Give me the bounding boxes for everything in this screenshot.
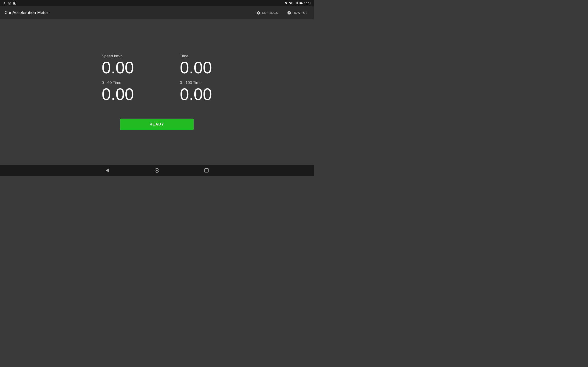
time-value: 0.00: [180, 59, 212, 76]
howto-label: HOW TO?: [293, 11, 307, 15]
svg-point-11: [156, 170, 157, 171]
svg-marker-9: [106, 169, 109, 172]
home-button[interactable]: [153, 166, 161, 175]
app-title: Car Acceleration Meter: [5, 10, 48, 15]
location-icon: [285, 2, 288, 5]
ready-button[interactable]: READY: [120, 119, 194, 130]
settings-label: SETTINGS: [262, 11, 278, 15]
notification-icon-circle: [8, 2, 11, 5]
settings-icon: [257, 11, 261, 15]
right-metrics: Time 0.00 0 - 100 Time 0.00: [180, 54, 212, 107]
zero-sixty-group: 0 - 60 Time 0.00: [102, 81, 134, 107]
notification-icon-battery-small: [13, 2, 16, 5]
svg-point-1: [9, 3, 10, 4]
speed-group: Speed km/h 0.00: [102, 54, 134, 81]
status-time: 10:51: [304, 2, 311, 5]
status-bar-right-icons: 10:51: [285, 2, 311, 5]
notification-icon-a: A: [3, 2, 6, 5]
howto-button[interactable]: HOW TO?: [285, 9, 309, 16]
svg-point-5: [291, 4, 291, 4]
zero-sixty-label: 0 - 60 Time: [102, 81, 121, 85]
main-content: Speed km/h 0.00 0 - 60 Time 0.00 Time 0.…: [0, 19, 314, 165]
wifi-icon: [289, 2, 292, 5]
battery-status-icon: [300, 2, 303, 5]
svg-rect-3: [14, 2, 15, 2]
zero-hundred-value: 0.00: [180, 86, 212, 102]
svg-rect-8: [300, 2, 302, 4]
metrics-container: Speed km/h 0.00 0 - 60 Time 0.00 Time 0.…: [53, 54, 260, 107]
left-metrics: Speed km/h 0.00 0 - 60 Time 0.00: [102, 54, 134, 107]
time-label: Time: [180, 54, 188, 58]
app-bar: Car Acceleration Meter SETTINGS HOW TO?: [0, 6, 314, 19]
zero-hundred-label: 0 - 100 Time: [180, 81, 202, 85]
status-bar: A: [0, 0, 314, 6]
svg-rect-4: [14, 2, 15, 4]
back-button[interactable]: [103, 166, 111, 175]
settings-button[interactable]: SETTINGS: [255, 9, 280, 16]
help-icon: [287, 11, 291, 15]
recents-button[interactable]: [202, 166, 211, 175]
signal-bars-icon: [294, 2, 298, 5]
zero-sixty-value: 0.00: [102, 86, 134, 102]
nav-bar: [0, 165, 314, 176]
speed-label: Speed km/h: [102, 54, 123, 58]
time-group: Time 0.00: [180, 54, 212, 81]
app-bar-actions: SETTINGS HOW TO?: [255, 9, 309, 16]
svg-rect-7: [302, 3, 303, 4]
svg-rect-12: [205, 169, 208, 172]
status-bar-left-icons: A: [3, 2, 16, 5]
speed-value: 0.00: [102, 59, 134, 76]
zero-hundred-group: 0 - 100 Time 0.00: [180, 81, 212, 107]
